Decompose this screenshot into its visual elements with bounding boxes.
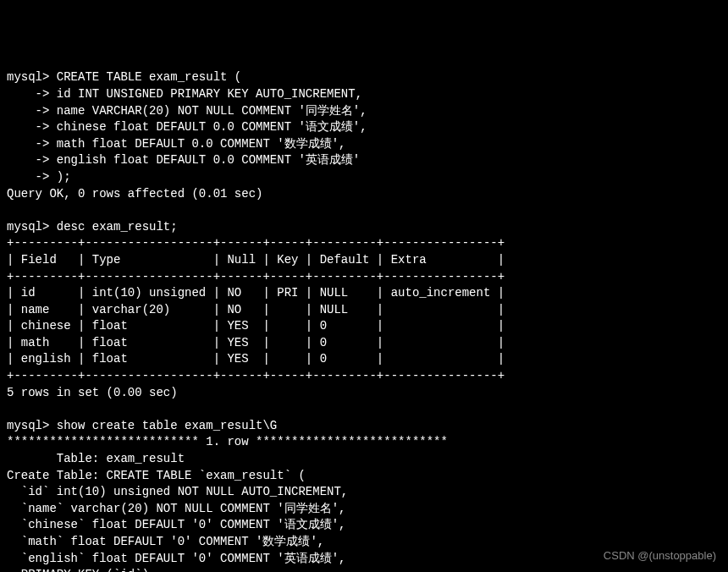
create-table-output: Create Table: CREATE TABLE `exam_result`… <box>7 469 306 482</box>
table-name-label: Table: exam_result <box>7 452 185 465</box>
table-row: | chinese | float | YES | | 0 | | <box>7 319 505 333</box>
cont-prompt: -> <box>7 120 57 134</box>
create-table-col: PRIMARY KEY (`id`) <box>7 568 149 572</box>
cont-prompt: -> <box>7 153 57 167</box>
prompt: mysql> <box>7 220 57 234</box>
prompt: mysql> <box>7 70 57 84</box>
table-row: | id | int(10) unsigned | NO | PRI | NUL… <box>7 286 505 300</box>
cont-prompt: -> <box>7 170 57 184</box>
watermark: CSDN @(unstoppable) <box>604 548 716 564</box>
row-separator: *************************** 1. row *****… <box>7 435 448 448</box>
cont-prompt: -> <box>7 137 57 151</box>
create-table-col: `math` float DEFAULT '0' COMMENT '数学成绩', <box>7 535 324 548</box>
table-border-bottom: +---------+------------------+------+---… <box>7 369 505 382</box>
table-border-mid: +---------+------------------+------+---… <box>7 270 505 283</box>
terminal-output: mysql> CREATE TABLE exam_result ( -> id … <box>7 69 721 572</box>
create-table-col: `chinese` float DEFAULT '0' COMMENT '语文成… <box>7 518 345 531</box>
sql-create-line6: english float DEFAULT 0.0 COMMENT '英语成绩' <box>57 153 360 167</box>
create-table-col: `english` float DEFAULT '0' COMMENT '英语成… <box>7 552 345 565</box>
prompt: mysql> <box>7 419 57 432</box>
sql-create-line2: id INT UNSIGNED PRIMARY KEY AUTO_INCREME… <box>57 87 362 101</box>
table-border-top: +---------+------------------+------+---… <box>7 236 505 250</box>
sql-create-line3: name VARCHAR(20) NOT NULL COMMENT '同学姓名'… <box>57 104 367 118</box>
cont-prompt: -> <box>7 104 57 118</box>
table-header: | Field | Type | Null | Key | Default | … <box>7 253 505 267</box>
sql-create-line7: ); <box>57 170 71 184</box>
table-row: | math | float | YES | | 0 | | <box>7 336 505 349</box>
create-table-col: `id` int(10) unsigned NOT NULL AUTO_INCR… <box>7 485 348 498</box>
query-result: Query OK, 0 rows affected (0.01 sec) <box>7 187 262 201</box>
sql-create-line4: chinese float DEFAULT 0.0 COMMENT '语文成绩'… <box>57 120 367 134</box>
sql-create-line1: CREATE TABLE exam_result ( <box>57 70 241 84</box>
cont-prompt: -> <box>7 87 57 101</box>
sql-desc-cmd: desc exam_result; <box>57 220 178 234</box>
table-row: | name | varchar(20) | NO | | NULL | | <box>7 303 505 316</box>
create-table-col: `name` varchar(20) NOT NULL COMMENT '同学姓… <box>7 502 345 515</box>
sql-show-create-cmd: show create table exam_result\G <box>57 419 277 432</box>
table-row: | english | float | YES | | 0 | | <box>7 352 505 366</box>
rows-result: 5 rows in set (0.00 sec) <box>7 386 178 399</box>
sql-create-line5: math float DEFAULT 0.0 COMMENT '数学成绩', <box>57 137 346 151</box>
